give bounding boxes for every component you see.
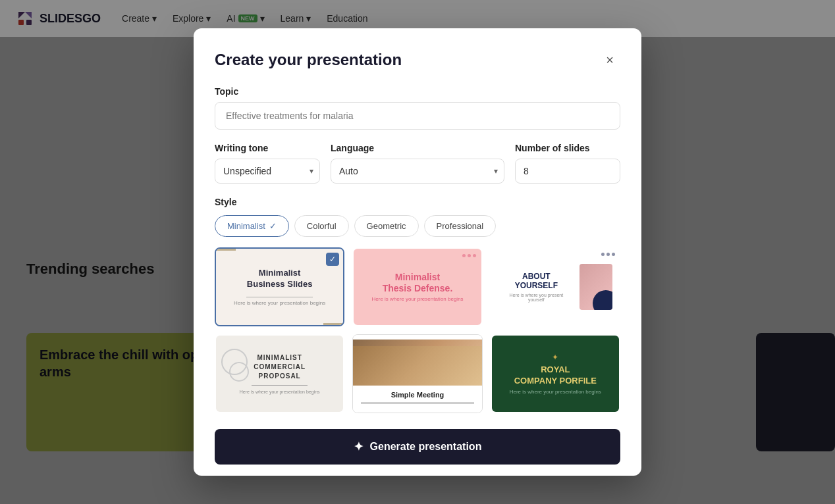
topic-label: Topic [215,86,620,97]
create-presentation-modal: Create your presentation × Topic Writing… [194,28,641,476]
tpl-mb-sub: Here is where your presentation begins [234,300,325,306]
dot-3 [473,254,476,257]
template-card-inner-about: ABOUTYOURSELF Here is where you presenty… [492,249,619,325]
template-minimalist-thesis[interactable]: MinimalistThesis Defense. Here is where … [352,247,482,326]
style-tab-minimalist[interactable]: Minimalist ✓ [215,215,289,237]
template-card-inner-meeting: Simple Meeting [353,335,481,413]
about-dots [601,253,615,256]
about-dot-3 [612,253,615,256]
topic-input[interactable] [215,102,620,130]
style-label: Style [215,197,620,207]
tpl-about-img [579,264,612,310]
template-about-yourself[interactable]: ABOUTYOURSELF Here is where you presenty… [491,247,620,326]
template-card-inner-thesis: MinimalistThesis Defense. Here is where … [354,249,481,325]
dot-2 [468,254,471,257]
num-slides-label: Number of slides [515,143,620,153]
fields-row: Writing tone Unspecified Formal Casual P… [215,143,620,184]
thesis-dots [462,254,476,257]
tpl-about-sub: Here is where you presentyourself [498,293,574,302]
minimalist-check-icon: ✓ [269,221,277,231]
tpl-meeting-bottom: Simple Meeting [353,386,481,409]
tpl-about-heading: ABOUTYOURSELF [498,272,574,291]
tpl-meeting-title: Simple Meeting [361,391,473,399]
template-grid: MinimalistBusiness Slides Here is where … [215,247,620,413]
generate-presentation-button[interactable]: ✦ Generate presentation [215,429,620,465]
tpl-com-sub: Here is where your presentation begins [240,390,320,394]
about-dot-1 [601,253,605,256]
modal-header: Create your presentation × [215,49,620,70]
writing-tone-select[interactable]: Unspecified Formal Casual Professional F… [215,159,320,184]
style-tab-geometric[interactable]: Geometric [354,215,419,237]
about-dot-2 [606,253,610,256]
style-tabs: Minimalist ✓ Colorful Geometric Professi… [215,215,620,237]
selected-check-corner: ✓ [326,253,339,266]
topic-field: Topic [215,86,620,143]
language-select[interactable]: Auto English Spanish French German [331,159,504,184]
template-minimalist-business[interactable]: MinimalistBusiness Slides Here is where … [215,247,344,326]
close-button[interactable]: × [599,49,620,70]
style-tab-professional[interactable]: Professional [424,215,497,237]
template-simple-meeting[interactable]: Simple Meeting [352,334,482,413]
style-tab-colorful-label: Colorful [307,221,337,231]
tpl-mb-line [246,297,313,297]
template-card-inner: MinimalistBusiness Slides Here is where … [216,249,343,325]
generate-btn-label: Generate presentation [370,441,482,453]
tpl-royal-star: ✦ [552,353,558,362]
template-card-inner-commercial: MINIMALISTCOMMERCIALPROPOSAL Here is whe… [216,336,343,412]
template-royal-company[interactable]: ✦ ROYALCOMPANY PORFILE Here is where you… [491,334,620,413]
language-label: Language [331,143,504,153]
style-tab-geometric-label: Geometric [367,221,406,231]
tpl-corner-bl [323,323,343,325]
tpl-meeting-people [353,346,481,386]
template-card-inner-royal: ✦ ROYALCOMPANY PORFILE Here is where you… [492,336,619,412]
tpl-com-title: MINIMALISTCOMMERCIALPROPOSAL [254,353,306,381]
dot-1 [462,254,466,257]
tpl-mb-title: MinimalistBusiness Slides [247,268,313,290]
style-tab-minimalist-label: Minimalist [227,221,265,231]
tpl-royal-title: ROYALCOMPANY PORFILE [514,365,597,387]
tpl-meeting-line [361,403,473,403]
language-wrapper: Auto English Spanish French German ▾ [331,159,504,184]
close-icon: × [606,53,614,68]
tpl-thesis-title: MinimalistThesis Defense. [383,272,453,294]
tpl-corner-tl [216,249,236,251]
tpl-thesis-sub: Here is where your presentation begins [371,296,463,302]
tpl-com-line [252,385,308,386]
modal-title: Create your presentation [215,51,402,69]
template-commercial-proposal[interactable]: MINIMALISTCOMMERCIALPROPOSAL Here is whe… [215,334,344,413]
language-group: Language Auto English Spanish French Ger… [331,143,504,184]
tpl-meeting-img [353,340,481,386]
writing-tone-wrapper: Unspecified Formal Casual Professional F… [215,159,320,184]
style-tab-colorful[interactable]: Colorful [294,215,349,237]
magic-wand-icon: ✦ [354,440,364,454]
tpl-about-circle [593,290,612,310]
tpl-about-text: ABOUTYOURSELF Here is where you presenty… [498,272,574,303]
style-tab-professional-label: Professional [437,221,484,231]
writing-tone-group: Writing tone Unspecified Formal Casual P… [215,143,320,184]
style-section: Style Minimalist ✓ Colorful Geometric Pr… [215,197,620,413]
writing-tone-label: Writing tone [215,143,320,153]
tpl-royal-sub: Here is where your presentation begins [510,389,601,395]
tpl-com-circle2 [229,362,249,382]
num-slides-input[interactable] [515,159,620,184]
num-slides-group: Number of slides [515,143,620,184]
